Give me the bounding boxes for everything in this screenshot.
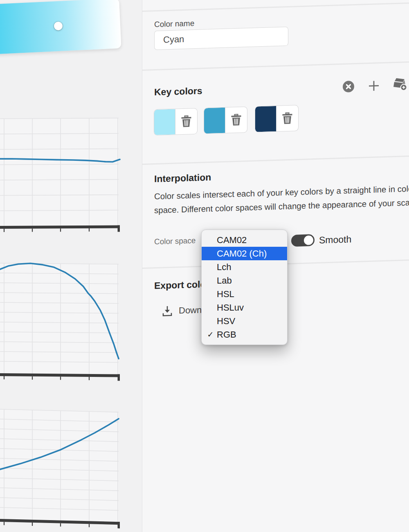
delete-key-color-button[interactable] xyxy=(276,105,298,131)
app-stage: Color name Cyan Key colors xyxy=(0,0,409,532)
add-bulk-colors-button[interactable] xyxy=(392,77,407,91)
divider xyxy=(142,61,409,71)
hue-chart xyxy=(0,115,121,236)
colorspace-option-cam02-ch-[interactable]: CAM02 (Ch) xyxy=(202,247,287,260)
interpolation-heading: Interpolation xyxy=(154,172,211,185)
color-name-label: Color name xyxy=(154,19,194,29)
colorspace-option-lch[interactable]: Lch xyxy=(202,260,287,274)
color-scale-gradient-swatch xyxy=(0,0,121,55)
color-space-dropdown-menu: CAM02 CAM02 (Ch) Lch Lab HSL HSLuv HSV ✓… xyxy=(201,230,288,345)
check-icon: ✓ xyxy=(205,330,216,339)
key-color-chip xyxy=(255,105,299,132)
delete-key-color-button[interactable] xyxy=(175,108,197,135)
divider xyxy=(142,2,409,12)
chroma-chart xyxy=(0,259,121,384)
smooth-label: Smooth xyxy=(319,234,351,246)
color-name-value: Cyan xyxy=(163,34,184,45)
key-color-swatch-dark-navy[interactable] xyxy=(255,106,276,132)
close-x-glyph xyxy=(343,81,354,92)
delete-key-color-button[interactable] xyxy=(225,107,247,133)
key-color-swatch-medium-blue[interactable] xyxy=(204,108,225,134)
trash-icon xyxy=(282,112,293,125)
lightness-chart xyxy=(0,403,121,532)
colorspace-option-rgb[interactable]: ✓RGB xyxy=(202,328,287,341)
trash-icon xyxy=(181,115,192,128)
colorspace-option-hsv[interactable]: HSV xyxy=(202,314,287,328)
key-color-swatch-light-cyan[interactable] xyxy=(154,109,175,135)
color-name-input[interactable]: Cyan xyxy=(154,27,288,50)
gradient-handle-dot[interactable] xyxy=(54,21,63,30)
bulk-add-colors-icon xyxy=(392,77,407,91)
colorspace-option-lab[interactable]: Lab xyxy=(202,274,287,287)
colorspace-option-hsl[interactable]: HSL xyxy=(202,287,287,301)
trash-icon xyxy=(231,114,242,126)
plus-icon xyxy=(368,79,380,92)
divider xyxy=(142,156,409,165)
smooth-toggle[interactable] xyxy=(291,234,315,247)
colorspace-option-cam02[interactable]: CAM02 xyxy=(202,233,287,247)
chart-column xyxy=(0,0,142,532)
color-space-label: Color space xyxy=(154,236,196,246)
download-icon xyxy=(162,305,173,317)
toggle-knob xyxy=(304,235,313,245)
key-color-chip xyxy=(204,106,247,134)
key-color-chip xyxy=(154,108,198,135)
add-key-color-button[interactable] xyxy=(368,79,380,92)
colorspace-option-hsluv[interactable]: HSLuv xyxy=(202,301,287,314)
close-circle-icon[interactable] xyxy=(343,81,354,92)
key-colors-heading: Key colors xyxy=(154,86,202,98)
